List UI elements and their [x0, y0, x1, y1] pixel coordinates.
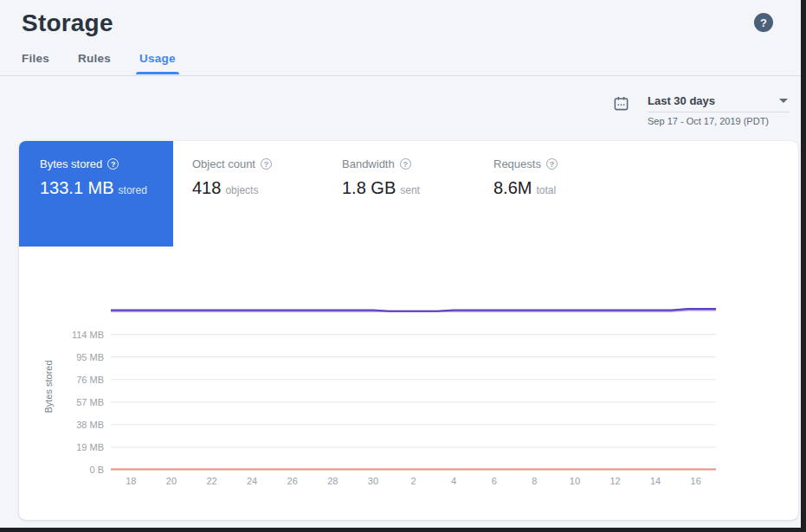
x-tick-label: 12	[609, 476, 620, 486]
metric-card-requests[interactable]: Requests ? 8.6M total	[474, 141, 798, 247]
metric-label: Requests ?	[493, 157, 779, 170]
question-mark-icon: ?	[760, 16, 767, 29]
metric-value-unit: total	[536, 184, 556, 196]
page-title: Storage	[22, 10, 113, 37]
metric-value-number: 8.6M	[493, 178, 532, 198]
metric-card-bytes-stored[interactable]: Bytes stored ? 133.1 MB stored	[19, 141, 173, 247]
window-edge-right	[801, 0, 806, 532]
help-icon[interactable]: ?	[546, 158, 558, 170]
x-tick-label: 16	[691, 476, 701, 486]
tab-rules[interactable]: Rules	[78, 52, 111, 74]
y-tick-label: 76 MB	[76, 375, 104, 385]
tab-bar: Files Rules Usage	[22, 52, 176, 74]
metric-value: 133.1 MB stored	[40, 178, 152, 198]
y-tick-label: 19 MB	[76, 442, 104, 452]
date-range-fields: Last 30 days Sep 17 - Oct 17, 2019 (PDT)	[648, 94, 790, 126]
tabs-divider	[0, 75, 801, 76]
metric-label-text: Object count	[192, 157, 255, 170]
metric-label: Bandwidth ?	[342, 157, 455, 170]
metric-label-text: Bytes stored	[40, 157, 102, 170]
usage-panel: 0 B19 MB38 MB57 MB76 MB95 MB114 MB182022…	[19, 141, 798, 520]
x-tick-label: 10	[570, 476, 580, 486]
y-tick-label: 0 B	[89, 465, 104, 475]
page-help-button[interactable]: ?	[754, 13, 773, 32]
y-tick-label: 95 MB	[76, 352, 104, 362]
metric-value-number: 1.8 GB	[342, 178, 396, 198]
x-tick-label: 2	[410, 476, 416, 486]
metric-label-text: Bandwidth	[342, 157, 395, 170]
metric-value-number: 418	[192, 178, 221, 198]
y-tick-label: 57 MB	[76, 397, 104, 407]
x-tick-label: 28	[327, 476, 338, 486]
x-tick-label: 14	[650, 476, 661, 486]
x-tick-label: 4	[451, 476, 456, 486]
metric-value-unit: sent	[400, 184, 420, 196]
page-header: Storage ?	[22, 10, 780, 37]
x-tick-label: 24	[247, 476, 257, 486]
x-tick-label: 6	[492, 476, 497, 486]
date-range-value: Last 30 days	[648, 94, 715, 107]
tab-files[interactable]: Files	[22, 52, 49, 74]
window-edge-bottom	[0, 528, 806, 532]
x-tick-label: 20	[166, 476, 177, 486]
y-tick-label: 114 MB	[72, 330, 104, 340]
series-bytes-stored	[111, 309, 716, 311]
caret-down-icon	[779, 99, 788, 103]
help-icon[interactable]: ?	[107, 158, 119, 170]
metric-card-object-count[interactable]: Object count ? 418 objects	[173, 141, 323, 247]
x-tick-label: 22	[206, 476, 216, 486]
metric-value: 1.8 GB sent	[342, 178, 455, 198]
metric-value: 418 objects	[192, 178, 304, 198]
metric-value-unit: stored	[119, 184, 147, 196]
metric-cards: Bytes stored ? 133.1 MB stored Object co…	[19, 141, 798, 247]
calendar-icon	[613, 95, 629, 115]
x-tick-label: 30	[368, 476, 378, 486]
help-icon[interactable]: ?	[261, 158, 272, 170]
tab-usage[interactable]: Usage	[139, 52, 176, 74]
tab-usage-label: Usage	[139, 52, 176, 65]
metric-label-text: Requests	[493, 157, 541, 170]
x-tick-label: 26	[287, 476, 298, 486]
metric-card-bandwidth[interactable]: Bandwidth ? 1.8 GB sent	[323, 141, 474, 247]
x-tick-label: 8	[532, 476, 537, 486]
date-range-dropdown[interactable]: Last 30 days	[648, 94, 790, 112]
x-tick-label: 18	[126, 476, 136, 486]
date-range-detail: Sep 17 - Oct 17, 2019 (PDT)	[648, 112, 790, 126]
y-tick-label: 38 MB	[76, 420, 104, 430]
date-range-selector[interactable]: Last 30 days Sep 17 - Oct 17, 2019 (PDT)	[613, 94, 790, 126]
metric-label: Bytes stored ?	[40, 157, 152, 170]
metric-label: Object count ?	[192, 157, 304, 170]
metric-value: 8.6M total	[493, 178, 779, 198]
active-tab-indicator	[136, 72, 179, 74]
metric-value-unit: objects	[225, 184, 258, 196]
y-axis-title: Bytes stored	[43, 360, 54, 413]
metric-value-number: 133.1 MB	[40, 178, 114, 198]
help-icon[interactable]: ?	[400, 158, 411, 170]
